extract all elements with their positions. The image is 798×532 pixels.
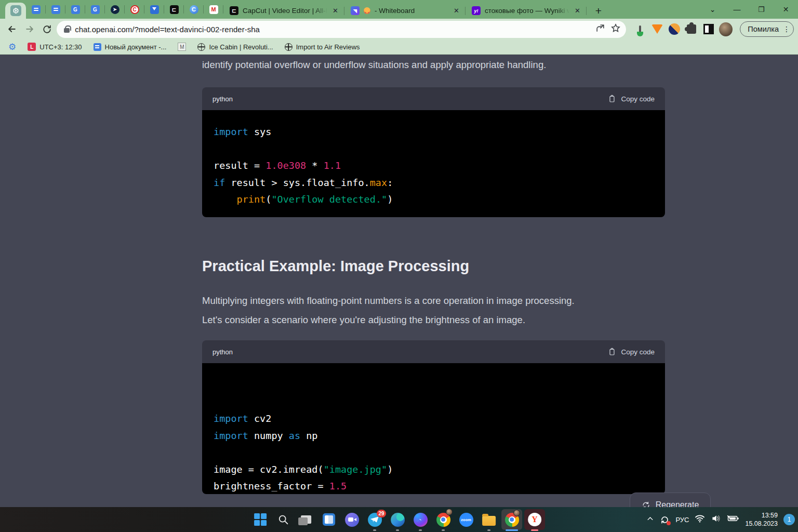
pinned-tab-translate-2[interactable]: G xyxy=(85,0,105,19)
address-bar[interactable]: chat.openai.com/?model=text-davinci-002-… xyxy=(57,21,626,38)
bookmark-star-icon[interactable] xyxy=(610,23,621,35)
tab-close-icon[interactable]: ✕ xyxy=(453,7,460,15)
tab-stock-photos[interactable]: y! стоковые фото — Wyniki wyszuk ✕ xyxy=(466,3,587,19)
bookmark-utc-clock[interactable]: L UTC+3: 12:30 xyxy=(28,43,82,51)
edge-button[interactable] xyxy=(386,507,409,532)
puzzle-extensions-icon[interactable] xyxy=(685,22,698,36)
pinned-tabs: G G ➤ C ⊏ C M xyxy=(26,0,223,19)
volume-icon[interactable] xyxy=(711,514,721,525)
windows-logo-icon xyxy=(254,513,267,526)
metamask-icon[interactable] xyxy=(650,22,664,36)
wifi-icon[interactable] xyxy=(695,514,705,525)
bookmark-new-document[interactable]: Новый документ -... xyxy=(94,43,167,51)
profile-badge xyxy=(513,510,520,516)
code-content[interactable]: import cv2import numpy as np image = cv2… xyxy=(202,363,665,494)
code-language-label: python xyxy=(212,95,233,103)
pinned-tab-gmail[interactable]: M xyxy=(204,0,223,19)
share-icon[interactable] xyxy=(595,23,605,35)
profile-avatar[interactable] xyxy=(719,22,733,36)
coin-extension-icon[interactable] xyxy=(668,22,681,36)
doc-icon xyxy=(94,43,101,51)
tab-search-chevron-icon[interactable]: ⌄ xyxy=(700,5,725,14)
pinned-tab-capcut[interactable]: ⊏ xyxy=(164,0,184,19)
section-heading: Practical Example: Image Processing xyxy=(202,257,665,275)
pinned-tab-docs[interactable] xyxy=(26,0,46,19)
chrome-button[interactable] xyxy=(432,507,455,532)
clipboard-icon xyxy=(608,95,616,103)
assistant-paragraph: Multiplying integers with floating-point… xyxy=(202,291,665,329)
pinned-tab-downloader[interactable] xyxy=(144,0,164,19)
chatgpt-conversation: identify potential overflow or underflow… xyxy=(0,55,798,507)
dig-extension-icon[interactable] xyxy=(633,22,647,36)
code-content[interactable]: import sys result = 1.0e308 * 1.1if resu… xyxy=(202,110,665,217)
url-text[interactable]: chat.openai.com/?model=text-davinci-002-… xyxy=(75,25,590,34)
pinned-tab-carrd[interactable]: C xyxy=(125,0,144,19)
new-tab-button[interactable]: + xyxy=(591,3,606,19)
messenger-icon xyxy=(414,513,428,527)
tab-close-icon[interactable]: ✕ xyxy=(574,7,581,15)
lock-icon[interactable] xyxy=(64,28,70,33)
forward-button[interactable] xyxy=(22,21,37,37)
pinned-tab-deepl[interactable]: ➤ xyxy=(105,0,125,19)
tab-capcut[interactable]: ⊏ CapCut | Video Editor | All-In-On ✕ xyxy=(223,3,344,19)
back-button[interactable] xyxy=(4,21,20,37)
close-button[interactable]: ✕ xyxy=(774,5,798,14)
file-explorer-button[interactable] xyxy=(477,507,500,532)
reload-button[interactable] xyxy=(39,21,55,37)
browser-toolbar: chat.openai.com/?model=text-davinci-002-… xyxy=(0,19,798,39)
battery-charging-icon[interactable] xyxy=(727,514,739,525)
zoom-icon: zoom xyxy=(459,513,473,527)
task-view-button[interactable] xyxy=(295,507,317,532)
minimize-button[interactable]: — xyxy=(725,5,749,14)
globe-icon xyxy=(285,43,292,51)
tab-whiteboard[interactable]: ◥ - Whiteboard ✕ xyxy=(344,3,466,19)
zoom-button[interactable]: zoom xyxy=(455,507,477,532)
language-indicator[interactable]: РУС xyxy=(675,516,689,524)
kebab-menu-icon[interactable]: ⋮ xyxy=(783,25,790,33)
google-translate-icon: G xyxy=(91,5,100,14)
bookmark-settings[interactable]: ⚙ xyxy=(8,42,16,52)
pinned-tab-c[interactable]: C xyxy=(184,0,204,19)
bookmark-label: Новый документ -... xyxy=(105,43,167,51)
taskbar-search-button[interactable] xyxy=(272,507,295,532)
copy-code-button[interactable]: Copy code xyxy=(608,348,655,356)
paragraph-line-2: Let's consider a scenario where you're a… xyxy=(202,314,525,325)
bookmark-ice-cabin[interactable]: Ice Cabin | Revoluti... xyxy=(197,43,273,51)
browser-error-button[interactable]: Помилка ⋮ xyxy=(740,21,794,37)
restore-button[interactable]: ❐ xyxy=(749,5,774,14)
gear-icon: ⚙ xyxy=(8,42,16,52)
chrome-active-button[interactable] xyxy=(500,507,523,532)
tab-title: стоковые фото — Wyniki wyszuk xyxy=(485,7,569,15)
dark-mode-extension-icon[interactable] xyxy=(702,22,715,36)
running-indicator xyxy=(396,529,399,531)
extensions-area xyxy=(633,22,733,36)
bookmark-label: Ice Cabin | Revoluti... xyxy=(209,43,273,51)
copy-code-button[interactable]: Copy code xyxy=(608,95,655,103)
system-tray: РУС 13:59 15.08.2023 1 xyxy=(646,507,795,532)
messenger-button[interactable] xyxy=(409,507,432,532)
notification-count-badge[interactable]: 1 xyxy=(783,514,795,525)
telegram-button[interactable]: 29 xyxy=(363,507,386,532)
pinned-tab-translate[interactable]: G xyxy=(65,0,85,19)
widgets-button[interactable] xyxy=(317,507,340,532)
code-block-header: python Copy code xyxy=(202,340,665,363)
update-restart-icon[interactable] xyxy=(660,515,670,525)
profile-badge xyxy=(446,509,453,515)
pinned-tab-chatgpt-active[interactable] xyxy=(5,3,26,19)
bookmarks-bar: ⚙ L UTC+3: 12:30 Новый документ -... M I… xyxy=(0,39,798,55)
clipboard-icon xyxy=(608,348,616,356)
tray-chevron-up-icon[interactable] xyxy=(646,515,654,525)
widgets-icon xyxy=(323,513,335,526)
teams-chat-button[interactable] xyxy=(340,507,363,532)
yandex-browser-button[interactable]: Y xyxy=(523,507,546,532)
active-indicator xyxy=(531,529,538,531)
start-button[interactable] xyxy=(249,507,272,532)
tab-close-icon[interactable]: ✕ xyxy=(331,7,339,15)
bookmark-import-air-reviews[interactable]: Import to Air Reviews xyxy=(285,43,360,51)
regenerate-button[interactable]: Regenerate xyxy=(630,493,711,507)
pinned-tab-docs-2[interactable] xyxy=(46,0,65,19)
telegram-badge: 29 xyxy=(377,510,386,517)
clock-l-icon: L xyxy=(28,43,36,51)
bookmark-m[interactable]: M xyxy=(178,43,186,51)
clock[interactable]: 13:59 15.08.2023 xyxy=(745,511,778,528)
